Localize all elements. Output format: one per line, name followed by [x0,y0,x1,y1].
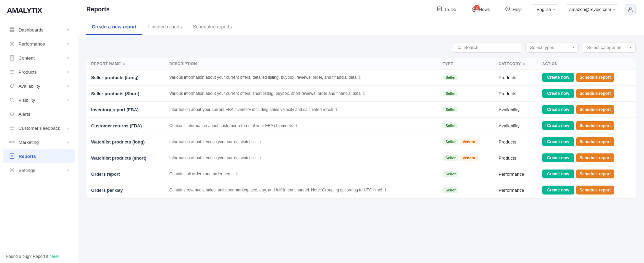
sidebar-item-products[interactable]: Products ▾ [3,65,75,79]
news-label: News [479,7,490,12]
schedule-report-button[interactable]: Schedule report [576,137,614,146]
chevron-down-icon: ▾ [553,8,555,11]
report-name-cell: Watchlist products (long) [91,139,145,145]
info-icon[interactable]: ℹ [359,75,361,80]
table-row: Watchlist products (short)Information ab… [86,150,636,166]
type-badge: Seller [443,91,459,96]
action-cell: Create now Schedule report [542,153,631,162]
schedule-report-button[interactable]: Schedule report [576,89,614,98]
types-placeholder: Select types [530,45,554,50]
sidebar-item-dashboards[interactable]: Dashboards ▾ [3,23,75,37]
info-icon[interactable]: ℹ [336,107,337,112]
tag-icon [9,83,15,89]
sidebar-item-content[interactable]: Content ▾ [3,51,75,65]
create-now-button[interactable]: Create now [542,105,574,114]
report-name-cell: Seller products (Long) [91,75,139,80]
tab-create-new[interactable]: Create a new report [86,19,142,35]
create-now-button[interactable]: Create now [542,153,574,162]
sidebar-item-visibility[interactable]: Visibility ▾ [3,93,75,107]
chevron-down-icon: ▾ [67,28,69,32]
sidebar-item-performance[interactable]: Performance ▾ [3,37,75,51]
category-cell: Products [499,155,516,161]
report-desc-cell: Information about items in your current … [169,155,257,160]
table-row: Orders reportContains all orders and ord… [86,166,636,182]
report-desc-cell: Contains information about customer retu… [169,123,293,128]
chevron-down-icon: ▾ [67,126,69,130]
sidebar-item-alerts[interactable]: Alerts [3,107,75,121]
info-icon[interactable]: ℹ [363,91,365,96]
type-badge: Vendor [460,139,478,145]
help-label: Help [512,7,522,12]
news-button[interactable]: 2 News [467,5,495,14]
create-now-button[interactable]: Create now [542,121,574,130]
create-now-button[interactable]: Create now [542,170,574,178]
user-icon-button[interactable] [625,4,636,15]
file-icon [9,55,15,61]
info-icon[interactable]: ℹ [259,139,261,144]
create-now-button[interactable]: Create now [542,73,574,82]
chevron-down-icon: ▾ [630,46,631,49]
chevron-down-icon: ▾ [67,70,69,74]
report-name-cell: Customer returns (FBA) [91,123,142,128]
filter-row: Select types ▾ Select categories ▾ [86,42,636,53]
schedule-report-button[interactable]: Schedule report [576,121,614,130]
search-container[interactable] [453,42,521,53]
schedule-report-button[interactable]: Schedule report [576,73,614,82]
svg-point-21 [11,170,13,171]
chevron-down-icon: ▾ [67,42,69,46]
category-cell: Products [499,75,516,80]
search-icon [457,45,461,50]
bug-report-link[interactable]: here [49,254,58,259]
chevron-down-icon: ▾ [67,56,69,60]
schedule-report-button[interactable]: Schedule report [576,153,614,162]
svg-marker-16 [10,126,14,130]
todo-button[interactable]: To-Do [432,4,461,15]
svg-rect-0 [10,27,12,29]
chevron-down-icon: ▾ [67,98,69,102]
page-title: Reports [86,6,426,13]
create-now-button[interactable]: Create now [542,137,574,146]
sidebar-item-settings[interactable]: Settings ▾ [3,163,75,177]
type-badge: Seller [443,75,459,80]
sidebar-item-label: Availability [18,84,40,89]
tab-finished[interactable]: Finished reports [142,19,187,35]
sidebar-item-availability[interactable]: Availability ▾ [3,79,75,93]
chevron-down-icon: ▾ [67,84,69,88]
sidebar-item-label: Dashboards [18,27,44,33]
report-desc-cell: Various information about your current o… [169,91,361,96]
user-email: amazon@revoic.com [569,7,611,12]
report-name-cell: Seller products (Short) [91,91,139,96]
sidebar-item-marketing[interactable]: Marketing ▾ [3,135,75,149]
table-row: Inventory report (FBA)Information about … [86,102,636,118]
schedule-report-button[interactable]: Schedule report [576,105,614,114]
language-selector[interactable]: English ▾ [532,4,559,14]
info-icon[interactable]: ℹ [259,155,261,160]
sidebar-item-reports[interactable]: Reports [3,149,75,163]
info-icon[interactable]: ℹ [236,171,238,176]
report-desc-cell: Contains revenues, sales, units per mark… [169,188,382,192]
table-row: Seller products (Long)Various informatio… [86,70,636,86]
schedule-report-button[interactable]: Schedule report [576,186,614,195]
types-dropdown[interactable]: Select types ▾ [525,42,579,53]
table-row: Orders per dayContains revenues, sales, … [86,182,636,198]
tab-scheduled[interactable]: Scheduled reports [187,19,237,35]
sidebar-item-customer-feedback[interactable]: Customer Feedback ▾ [3,121,75,135]
categories-dropdown[interactable]: Select categories ▾ [583,42,636,53]
create-now-button[interactable]: Create now [542,186,574,195]
report-desc-cell: Information about your current FBA inven… [169,107,333,112]
action-cell: Create now Schedule report [542,73,631,82]
create-now-button[interactable]: Create now [542,89,574,98]
info-icon[interactable]: ℹ [296,123,297,128]
schedule-report-button[interactable]: Schedule report [576,170,614,178]
sidebar-item-label: Products [18,70,37,75]
sidebar-item-label: Performance [18,41,45,47]
table-row: Seller products (Short)Various informati… [86,86,636,102]
help-button[interactable]: ? Help [500,4,527,15]
search-input[interactable] [464,45,517,50]
user-selector[interactable]: amazon@revoic.com ▾ [565,4,619,14]
svg-line-15 [13,101,14,102]
category-cell: Availability [499,123,520,128]
info-icon[interactable]: ℹ [385,187,386,192]
svg-point-5 [11,43,13,45]
report-name-cell: Orders report [91,172,120,177]
